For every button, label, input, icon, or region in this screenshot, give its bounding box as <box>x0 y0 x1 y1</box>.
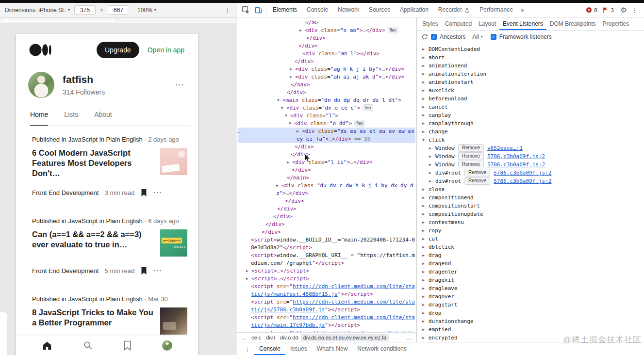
listener-source-link[interactable]: 5786.c3b0a09f.js:2 <box>487 161 545 168</box>
expand-arrow[interactable]: ▼ <box>281 104 286 112</box>
event-row-compositionupdate[interactable]: ▶compositionupdate <box>417 210 644 218</box>
remove-listener-button[interactable]: Remove <box>464 169 490 177</box>
event-row-dragexit[interactable]: ▶dragexit <box>417 276 644 284</box>
dom-tree-line[interactable]: </div> <box>238 213 415 221</box>
expand-arrow[interactable]: ▶ <box>429 169 435 177</box>
bookmarks-icon[interactable] <box>123 340 132 351</box>
medium-logo-icon[interactable] <box>29 44 51 56</box>
breadcrumb-item[interactable]: ce.c <box>249 334 264 341</box>
dom-tree-line[interactable]: </div> <box>238 228 415 236</box>
event-row-animationiteration[interactable]: ▶animationiteration <box>417 70 644 78</box>
event-row-copy[interactable]: ▶copy <box>417 226 644 235</box>
dom-tree-line[interactable]: <script>window.__GRAPHQL_URI__ = "https:… <box>238 252 415 267</box>
expand-arrow[interactable]: ▶ <box>290 65 295 73</box>
listener-node[interactable]: Window <box>435 145 455 151</box>
event-row-dragleave[interactable]: ▶dragleave <box>417 284 644 292</box>
search-icon[interactable] <box>83 340 93 351</box>
dom-tree-line[interactable]: ▼<main class="dn do dp dq dr ds l dt"> <box>238 97 415 104</box>
event-row-change[interactable]: ▶change <box>417 128 644 136</box>
expand-arrow[interactable]: ▶ <box>422 185 429 194</box>
dom-tree-line[interactable]: </div> <box>238 58 415 65</box>
bookmark-icon[interactable] <box>141 189 147 197</box>
event-filter-dropdown[interactable]: All ▾ <box>472 33 482 40</box>
expand-arrow[interactable]: ▶ <box>422 128 429 136</box>
expand-arrow[interactable]: ▶ <box>422 292 429 301</box>
followers-count[interactable]: 314 Followers <box>63 88 105 96</box>
dom-tree-line[interactable]: <script>window.__BUILD_ID__="main-202204… <box>238 236 415 252</box>
framework-listeners-checkbox[interactable]: ✓ <box>491 34 496 40</box>
expand-arrow[interactable]: ▶ <box>246 275 251 283</box>
expand-arrow[interactable]: ▶ <box>422 218 429 226</box>
ancestors-checkbox[interactable]: ✓ <box>431 34 437 40</box>
expand-arrow[interactable]: ▼ <box>277 97 282 104</box>
expand-arrow[interactable]: ▶ <box>287 159 292 166</box>
event-row-contextmenu[interactable]: ▶contextmenu <box>417 218 644 226</box>
breadcrumb-item[interactable]: … <box>239 334 249 341</box>
dom-tree-line[interactable]: <script src="https://cdn-client.medium.c… <box>238 283 415 298</box>
article-title[interactable]: 8 JavaScript Tricks to Make You a Better… <box>32 307 155 335</box>
tab-home[interactable]: Home <box>30 111 48 126</box>
event-row-encrypted[interactable]: ▶encrypted <box>417 334 644 342</box>
event-row-canplaythrough[interactable]: ▶canplaythrough <box>417 119 644 128</box>
listener-source-link[interactable]: 5786.c3b0a09f.js:2 <box>494 170 551 176</box>
expand-arrow[interactable]: ▶ <box>422 284 429 292</box>
expand-arrow[interactable]: ▶ <box>422 276 429 284</box>
expand-arrow[interactable]: ▼ <box>285 112 290 120</box>
expand-arrow[interactable]: ▶ <box>429 144 435 152</box>
sidebar-tab-computed[interactable]: Computed <box>442 17 475 30</box>
article-title[interactable]: Can (a==1 && a==2 && a==3) ever evaluate… <box>32 229 155 257</box>
event-row-dragover[interactable]: ▶dragover <box>417 292 644 301</box>
tab-lists[interactable]: Lists <box>64 111 78 125</box>
expand-arrow[interactable]: ▶ <box>422 86 429 95</box>
devtools-tab-sources[interactable]: Sources <box>364 3 395 17</box>
event-row-beforeunload[interactable]: ▶beforeunload <box>417 95 644 103</box>
expand-arrow[interactable]: ▶ <box>422 202 429 210</box>
dom-tree-line[interactable]: ▶<script>…</script> <box>238 267 415 275</box>
flex-badge[interactable]: flex <box>363 104 373 111</box>
dom-tree-line[interactable]: ▼<div class="dx o ce c">flex <box>238 104 415 112</box>
expand-arrow[interactable]: ▶ <box>299 27 305 34</box>
article-title[interactable]: 6 Cool Modern JavaScript Features Most D… <box>32 148 155 178</box>
event-row-durationchange[interactable]: ▶durationchange <box>417 317 644 325</box>
breadcrumb-item[interactable]: div.l <box>264 334 278 341</box>
devtools-tab-recorder[interactable]: Recorder <box>433 3 475 17</box>
sidebar-tab-styles[interactable]: Styles <box>419 17 442 30</box>
expand-arrow[interactable]: ▶ <box>422 103 429 111</box>
remove-listener-button[interactable]: Remove <box>458 161 484 168</box>
listener-node[interactable]: Window <box>435 161 455 168</box>
event-row-dragend[interactable]: ▶dragend <box>417 259 644 268</box>
sidebar-tab-layout[interactable]: Layout <box>475 17 499 30</box>
devtools-tab-network[interactable]: Network <box>333 3 364 17</box>
devtools-tab-performance[interactable]: Performance <box>475 3 518 17</box>
dom-tree-line[interactable]: </div> <box>238 197 415 205</box>
dom-tree-line[interactable]: </div> <box>238 42 415 50</box>
article-tag[interactable]: Front End Development <box>32 189 99 196</box>
event-row-DOMContentLoaded[interactable]: ▶DOMContentLoaded <box>417 45 644 53</box>
dom-tree-line[interactable]: </div> <box>238 221 415 228</box>
dom-tree-line[interactable]: </div> <box>238 151 415 159</box>
article-card[interactable]: Published in JavaScript in Plain English… <box>16 126 198 207</box>
article-more-menu-icon[interactable]: ⋯ <box>153 187 162 198</box>
expand-arrow[interactable]: ▶ <box>422 268 429 276</box>
device-toolbar-menu-icon[interactable]: ⋮ <box>224 6 231 14</box>
hover-menu-dots[interactable]: … <box>237 128 240 135</box>
publication-name[interactable]: JavaScript in Plain English <box>68 136 142 143</box>
expand-arrow[interactable]: ▶ <box>276 182 281 190</box>
sidebar-tab-event-listeners[interactable]: Event Listeners <box>499 17 546 30</box>
expand-arrow[interactable]: ▶ <box>422 334 429 342</box>
event-row-abort[interactable]: ▶abort <box>417 53 644 62</box>
expand-arrow[interactable]: ▶ <box>422 95 429 103</box>
zoom-dropdown[interactable]: 100% ▾ <box>137 7 156 14</box>
tab-about[interactable]: About <box>94 111 112 125</box>
devtools-menu-icon[interactable]: ⋮ <box>630 6 641 14</box>
dom-tree-line[interactable]: <script src="https://cdn-client.medium.c… <box>238 298 415 314</box>
dom-tree-line[interactable]: ▶<div class="du dv c dw h k j i by dx dy… <box>238 182 415 197</box>
upgrade-button[interactable]: Upgrade <box>97 42 139 58</box>
profile-nav-avatar[interactable] <box>162 340 172 351</box>
expand-arrow[interactable]: ▶ <box>290 73 295 81</box>
expand-arrow[interactable]: ▶ <box>422 45 429 53</box>
expand-arrow[interactable]: ▶ <box>422 226 429 235</box>
listener-node[interactable]: div#root <box>435 170 461 176</box>
profile-avatar[interactable] <box>28 72 54 98</box>
expand-arrow[interactable]: ▶ <box>422 259 429 268</box>
